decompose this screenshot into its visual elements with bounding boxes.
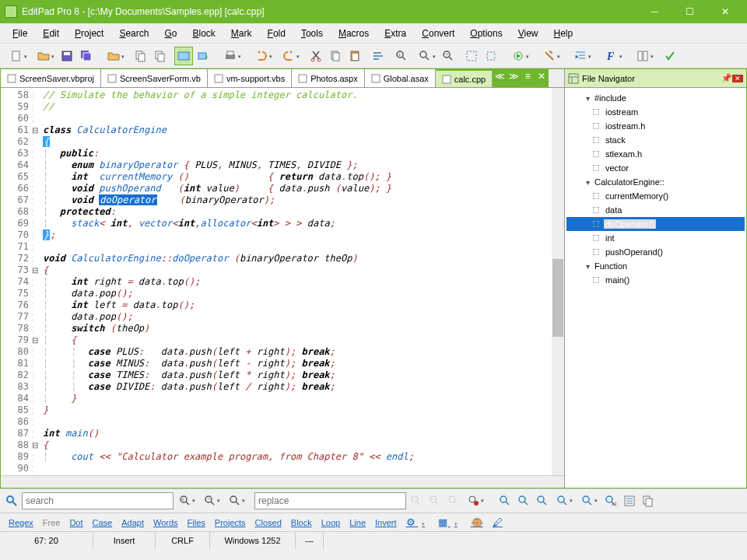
opt-free[interactable]: Free	[39, 516, 65, 529]
cut-button[interactable]	[307, 47, 325, 65]
opt-invert[interactable]: Invert	[371, 516, 401, 529]
minimize-button[interactable]: ─	[637, 1, 672, 23]
new-tab-button[interactable]: +	[194, 47, 212, 65]
new-file-button[interactable]	[3, 47, 30, 65]
options-monkey-icon[interactable]: 🐵	[467, 515, 487, 530]
insert-mode[interactable]: Insert	[93, 532, 156, 549]
options-pen-icon[interactable]: 🖊	[489, 515, 507, 530]
tree-item-int[interactable]: int	[566, 231, 745, 245]
tree-item-data[interactable]: data	[566, 203, 745, 217]
menu-fold[interactable]: Fold	[260, 26, 293, 41]
compare-button[interactable]	[630, 47, 656, 65]
fold-column[interactable]: ¦¦¦⊟¦¦¦¦¦¦¦¦¦¦¦⊟¦¦¦¦¦⊟¦¦¦¦¦¦¦¦⊟¦¦¦	[32, 88, 40, 475]
history-button[interactable]	[577, 492, 601, 509]
undo-button[interactable]	[248, 47, 275, 65]
menu-extra[interactable]: Extra	[377, 26, 414, 41]
opt-loop[interactable]: Loop	[317, 516, 344, 529]
menu-convert[interactable]: Convert	[414, 26, 462, 41]
tools-button[interactable]	[536, 47, 563, 65]
save-button[interactable]	[58, 47, 76, 65]
tab-prev[interactable]: ≪	[493, 71, 507, 86]
pin-icon[interactable]: 📌	[721, 73, 732, 83]
replace-prev-button[interactable]	[426, 492, 444, 509]
tree-item-vector[interactable]: vector	[566, 161, 745, 175]
menu-file[interactable]: File	[5, 26, 35, 41]
opt-adapt[interactable]: Adapt	[117, 516, 148, 529]
opt-projects[interactable]: Projects	[211, 516, 250, 529]
highlight-button[interactable]	[496, 492, 514, 509]
menu-help[interactable]: Help	[546, 26, 581, 41]
duplicate-button[interactable]	[151, 47, 170, 65]
print-button[interactable]	[217, 47, 244, 65]
replace-input[interactable]	[254, 492, 406, 509]
run-button[interactable]	[505, 47, 531, 65]
menu-tools[interactable]: Tools	[293, 26, 331, 41]
tree-item-stlexam-h[interactable]: stlexam.h	[566, 147, 745, 161]
search-input[interactable]	[22, 492, 174, 509]
options-gear-icon[interactable]: ⚙ ▾	[402, 515, 433, 530]
save-all-button[interactable]	[77, 47, 96, 65]
menu-view[interactable]: View	[510, 26, 546, 41]
count-button[interactable]: +	[515, 492, 532, 509]
tree-item-main-[interactable]: main()	[566, 273, 745, 287]
find-prev-button[interactable]: −	[200, 492, 223, 509]
file-navigator-tree[interactable]: ▾#includeiostreamiostream.hstackstlexam.…	[565, 88, 746, 488]
copy-button[interactable]	[132, 47, 150, 65]
menu-go[interactable]: Go	[156, 26, 184, 41]
find-all-button[interactable]	[225, 492, 248, 509]
select-rect-button[interactable]	[482, 47, 500, 65]
tree-item-iostream[interactable]: iostream	[566, 105, 745, 119]
copy-results-button[interactable]	[640, 492, 657, 509]
tree-item-iostream-h[interactable]: iostream.h	[566, 119, 745, 133]
list-button[interactable]	[621, 492, 638, 509]
font-button[interactable]: F	[598, 47, 625, 65]
horizontal-scrollbar[interactable]	[1, 475, 564, 488]
explorer-button[interactable]	[174, 47, 193, 65]
opt-block[interactable]: Block	[287, 516, 316, 529]
code-content[interactable]: // Simulate the behavior of a simple int…	[40, 88, 564, 475]
vertical-scrollbar[interactable]	[552, 88, 564, 475]
replace-stop-button[interactable]	[464, 492, 487, 509]
tab-list[interactable]: ≡	[521, 71, 535, 86]
paste-button[interactable]	[345, 47, 364, 65]
tab-screensaverform-vb[interactable]: ScreenSaverForm.vb	[101, 69, 208, 87]
menu-mark[interactable]: Mark	[223, 26, 260, 41]
opt-regex[interactable]: Regex	[5, 516, 37, 529]
tab-global-asax[interactable]: Global.asax	[365, 69, 436, 87]
opt-files[interactable]: Files	[184, 516, 209, 529]
tree-item--include[interactable]: ▾#include	[566, 91, 745, 105]
zoom-in-button[interactable]: +	[392, 47, 411, 65]
close-panel-icon[interactable]: ✕	[732, 75, 743, 82]
tree-item-function[interactable]: ▾Function	[566, 259, 745, 273]
tab-screensaver-vbproj[interactable]: ScreenSaver.vbproj	[1, 69, 101, 87]
menu-edit[interactable]: Edit	[35, 26, 67, 41]
check-button[interactable]	[661, 47, 679, 65]
tab-next[interactable]: ≫	[507, 71, 521, 86]
tab-calc-cpp[interactable]: calc.cpp	[436, 69, 493, 87]
encoding[interactable]: Windows 1252	[210, 532, 296, 549]
close-button[interactable]: ✕	[707, 1, 742, 23]
menu-project[interactable]: Project	[67, 26, 111, 41]
search-icon[interactable]	[3, 492, 20, 509]
instant-button[interactable]	[552, 492, 576, 509]
n-button[interactable]: 123	[602, 492, 619, 509]
replace-all-button[interactable]	[445, 492, 462, 509]
menu-block[interactable]: Block	[185, 26, 223, 41]
redo-button[interactable]	[275, 47, 302, 65]
opt-line[interactable]: Line	[345, 516, 370, 529]
tab-close[interactable]: ✕	[535, 71, 549, 86]
opt-closed[interactable]: Closed	[251, 516, 286, 529]
copy-clip-button[interactable]	[326, 47, 345, 65]
zoom-reset-button[interactable]	[412, 47, 438, 65]
tree-item-calculatorengine-[interactable]: ▾CalculatorEngine::	[566, 175, 745, 189]
tree-item-dooperator-[interactable]: doOperator()	[566, 217, 745, 231]
tree-item-pushoperand-[interactable]: pushOperand()	[566, 245, 745, 259]
select-all-button[interactable]	[462, 47, 481, 65]
code-editor[interactable]: 5859606162636465666768697071727374757677…	[1, 88, 564, 475]
opt-words[interactable]: Words	[149, 516, 182, 529]
open-file-button[interactable]	[30, 47, 57, 65]
tree-item-stack[interactable]: stack	[566, 133, 745, 147]
line-ending[interactable]: CRLF	[156, 532, 210, 549]
fold-button[interactable]	[534, 492, 551, 509]
replace-next-button[interactable]	[408, 492, 425, 509]
